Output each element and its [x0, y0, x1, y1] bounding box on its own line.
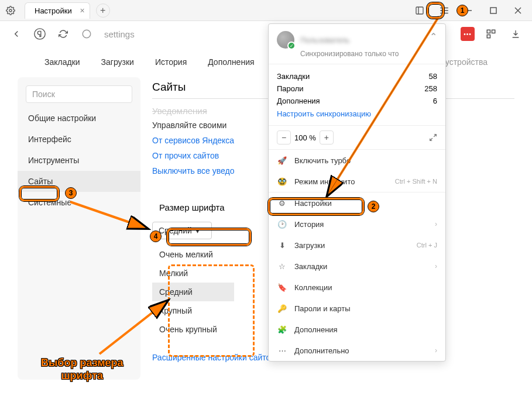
- font-opt-l[interactable]: Крупный: [152, 301, 234, 320]
- svg-rect-13: [492, 30, 495, 33]
- chevron-right-icon: ›: [435, 220, 437, 228]
- sync-settings-link[interactable]: Настроить синхронизацию: [277, 107, 371, 123]
- svg-point-10: [35, 29, 45, 39]
- browser-menu: ✓ Пользователь Синхронизировано только ч…: [268, 23, 446, 362]
- hamburger-menu-icon[interactable]: [436, 2, 452, 19]
- chevron-up-icon[interactable]: ⌃: [430, 31, 437, 42]
- window-titlebar: Настройки × +: [0, 0, 532, 21]
- bookmark-icon: 🔖: [277, 282, 287, 293]
- settings-sidebar: Поиск Общие настройки Интерфейс Инструме…: [18, 77, 140, 380]
- key-icon: 🔑: [277, 303, 287, 314]
- stat-bookmarks-val: 58: [429, 72, 437, 81]
- annotation-caption: Выбор размера шрифта: [41, 357, 123, 382]
- menu-settings[interactable]: ⚙Настройки: [269, 192, 445, 214]
- menu-user-section[interactable]: ✓ Пользователь Синхронизировано только ч…: [269, 24, 445, 64]
- stat-passwords-val: 258: [424, 84, 437, 93]
- callout-num-3: 3: [65, 187, 77, 199]
- svg-rect-1: [416, 7, 423, 14]
- content-area: Поиск Общие настройки Интерфейс Инструме…: [0, 77, 532, 380]
- svg-point-11: [83, 30, 91, 38]
- star-icon: ☆: [277, 261, 287, 271]
- stat-addons-val: 6: [433, 97, 437, 105]
- tab-downloads[interactable]: Загрузки: [97, 55, 139, 69]
- clock-icon: 🕑: [277, 219, 287, 229]
- zoom-controls: − 100 % +: [269, 126, 445, 150]
- tab-title: Настройки: [35, 6, 72, 15]
- back-icon[interactable]: [8, 26, 25, 42]
- sidebar-item-tools[interactable]: Инструменты: [18, 150, 140, 171]
- check-icon: ✓: [287, 42, 296, 50]
- sidebar-item-general[interactable]: Общие настройки: [18, 108, 140, 129]
- chevron-right-icon: ›: [435, 262, 437, 270]
- sidebar-search[interactable]: Поиск: [26, 85, 132, 103]
- extension-icon[interactable]: •••: [461, 27, 475, 41]
- zoom-out-button[interactable]: −: [277, 130, 291, 144]
- close-window-icon[interactable]: [510, 2, 526, 19]
- font-opt-xl[interactable]: Очень крупный: [152, 320, 234, 339]
- close-tab-icon[interactable]: ×: [80, 6, 85, 15]
- font-opt-m[interactable]: Средний: [152, 283, 234, 301]
- stat-bookmarks-label: Закладки: [277, 72, 310, 81]
- new-tab-button[interactable]: +: [96, 4, 110, 18]
- menu-incognito[interactable]: 🥸Режим инкогнитоCtrl + Shift + N: [269, 171, 445, 192]
- gear-icon: ⚙: [277, 198, 287, 208]
- dots-icon: ⋯: [277, 345, 287, 356]
- zoom-value: 100 %: [294, 133, 316, 142]
- callout-num-1: 1: [457, 5, 468, 16]
- callout-num-4: 4: [150, 230, 162, 242]
- svg-line-15: [434, 135, 436, 137]
- sidebar-toggle-icon[interactable]: [411, 2, 428, 19]
- menu-passwords[interactable]: 🔑Пароли и карты: [269, 298, 445, 319]
- menu-downloads[interactable]: ⬇ЗагрузкиCtrl + J: [269, 235, 445, 256]
- menu-more[interactable]: ⋯Дополнительно›: [269, 340, 445, 361]
- sidebar-item-sites[interactable]: Сайты: [18, 171, 140, 192]
- rocket-icon: 🚀: [277, 155, 287, 166]
- chevron-right-icon: ›: [435, 346, 437, 355]
- gear-icon[interactable]: [6, 6, 15, 15]
- incognito-icon: 🥸: [277, 176, 287, 187]
- chevron-down-icon: ▾: [195, 226, 200, 235]
- sync-status: Синхронизировано только что: [300, 50, 437, 58]
- browser-tab[interactable]: Настройки ×: [25, 2, 90, 19]
- yandex-logo-icon[interactable]: [32, 26, 48, 42]
- font-opt-xs[interactable]: Очень мелкий: [152, 245, 234, 264]
- svg-point-0: [9, 9, 12, 12]
- sidebar-item-system[interactable]: Системные: [18, 192, 140, 213]
- tab-devices[interactable]: устройства: [441, 55, 492, 69]
- tab-bookmarks[interactable]: Закладки: [40, 55, 85, 69]
- maximize-icon[interactable]: [485, 2, 502, 19]
- sync-stats: Закладки58 Пароли258 Дополнения6 Настрои…: [269, 64, 445, 126]
- collections-icon[interactable]: [483, 26, 499, 42]
- zoom-in-button[interactable]: +: [320, 130, 334, 144]
- svg-rect-7: [490, 8, 496, 13]
- font-size-options: Очень мелкий Мелкий Средний Крупный Очен…: [152, 243, 234, 341]
- tab-history[interactable]: История: [150, 55, 191, 69]
- font-size-value: Средний: [159, 226, 192, 235]
- site-lock-icon[interactable]: [78, 26, 95, 42]
- font-opt-s[interactable]: Мелкий: [152, 264, 234, 283]
- menu-history[interactable]: 🕑История›: [269, 214, 445, 235]
- sidebar-item-interface[interactable]: Интерфейс: [18, 129, 140, 150]
- download-icon[interactable]: [507, 26, 524, 42]
- stat-addons-label: Дополнения: [277, 97, 320, 105]
- menu-turbo[interactable]: 🚀Включить турбо: [269, 150, 445, 171]
- menu-addons[interactable]: 🧩Дополнения: [269, 319, 445, 340]
- menu-bookmarks[interactable]: ☆Закладки›: [269, 256, 445, 277]
- svg-rect-14: [487, 35, 490, 38]
- svg-rect-12: [487, 30, 490, 33]
- address-bar: Настройки •••: [0, 21, 532, 47]
- reload-icon[interactable]: [55, 26, 71, 42]
- callout-num-2: 2: [368, 201, 379, 212]
- user-name: Пользователь: [300, 36, 349, 44]
- fullscreen-icon[interactable]: [429, 133, 437, 142]
- stat-passwords-label: Пароли: [277, 84, 304, 93]
- download-icon: ⬇: [277, 240, 287, 250]
- font-size-heading: Размер шрифта: [152, 199, 232, 216]
- puzzle-icon: 🧩: [277, 324, 287, 335]
- avatar: ✓: [277, 31, 294, 49]
- tab-addons[interactable]: Дополнения: [203, 55, 259, 69]
- svg-line-16: [430, 138, 433, 140]
- url-input[interactable]: [102, 27, 219, 42]
- menu-collections[interactable]: 🔖Коллекции: [269, 277, 445, 298]
- settings-tabs: Закладки Загрузки История Дополнения Нас…: [0, 47, 532, 77]
